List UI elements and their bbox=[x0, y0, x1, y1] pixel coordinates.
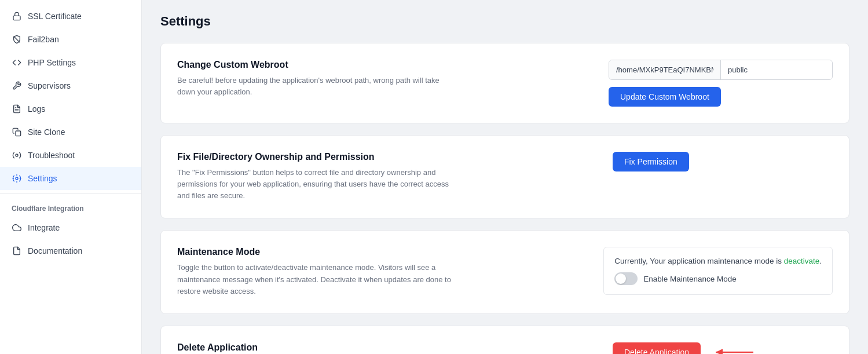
sidebar-item-ssl-certificate[interactable]: SSL Certificate bbox=[0, 5, 141, 28]
maintenance-info: Maintenance Mode Toggle the button to ac… bbox=[177, 247, 585, 297]
sidebar-item-logs[interactable]: Logs bbox=[0, 97, 141, 121]
permissions-action: Fix Permission bbox=[613, 152, 833, 171]
svg-rect-0 bbox=[13, 16, 20, 20]
sidebar-item-supervisors[interactable]: Supervisors bbox=[0, 74, 141, 97]
permissions-title: Fix File/Directory Ownership and Permiss… bbox=[177, 152, 594, 162]
sidebar-item-label: Logs bbox=[28, 104, 45, 114]
webroot-input-group bbox=[609, 60, 833, 80]
lock-icon bbox=[12, 11, 22, 21]
sidebar: SSL Certificate Fail2ban PHP Settings Su… bbox=[0, 0, 142, 354]
sidebar-item-label: Settings bbox=[28, 174, 57, 183]
delete-section: Delete Application Delete Application bbox=[160, 326, 849, 354]
maintenance-card: Currently, Your application maintenance … bbox=[603, 247, 833, 295]
delete-info: Delete Application bbox=[177, 342, 594, 354]
cloud-icon bbox=[12, 222, 22, 233]
sidebar-item-label: Fail2ban bbox=[28, 35, 59, 44]
webroot-info: Change Custom Webroot Be careful! before… bbox=[177, 60, 590, 98]
update-webroot-button[interactable]: Update Custom Webroot bbox=[609, 87, 721, 107]
sidebar-item-php-settings[interactable]: PHP Settings bbox=[0, 51, 141, 74]
delete-application-button[interactable]: Delete Application bbox=[613, 342, 701, 354]
sidebar-item-label: Supervisors bbox=[28, 81, 71, 90]
delete-action-row: Delete Application bbox=[613, 342, 833, 354]
sidebar-item-label: PHP Settings bbox=[28, 58, 76, 67]
copy-icon bbox=[12, 127, 22, 137]
svg-marker-8 bbox=[716, 349, 723, 354]
page-title: Settings bbox=[160, 14, 849, 29]
sidebar-item-fail2ban[interactable]: Fail2ban bbox=[0, 28, 141, 51]
svg-point-5 bbox=[16, 154, 18, 156]
settings-icon bbox=[12, 173, 22, 184]
tool-icon bbox=[12, 150, 22, 160]
maintenance-toggle-label: Enable Maintenance Mode bbox=[643, 275, 737, 283]
sidebar-item-label: Integrate bbox=[28, 223, 60, 232]
webroot-suffix-input[interactable] bbox=[721, 60, 832, 79]
svg-rect-4 bbox=[16, 131, 21, 136]
sidebar-item-troubleshoot[interactable]: Troubleshoot bbox=[0, 144, 141, 167]
webroot-section: Change Custom Webroot Be careful! before… bbox=[160, 43, 849, 123]
webroot-path-input[interactable] bbox=[609, 60, 721, 79]
maintenance-status-prefix: Currently, Your application maintenance … bbox=[614, 257, 783, 265]
fix-permission-button[interactable]: Fix Permission bbox=[613, 152, 689, 171]
sidebar-divider bbox=[0, 194, 141, 194]
maintenance-title: Maintenance Mode bbox=[177, 247, 585, 257]
maintenance-section: Maintenance Mode Toggle the button to ac… bbox=[160, 230, 849, 313]
webroot-title: Change Custom Webroot bbox=[177, 60, 590, 70]
main-content: Settings Change Custom Webroot Be carefu… bbox=[142, 0, 868, 354]
arrow-indicator bbox=[710, 344, 762, 354]
permissions-info: Fix File/Directory Ownership and Permiss… bbox=[177, 152, 594, 202]
red-arrow-icon bbox=[710, 344, 762, 354]
maintenance-status: Currently, Your application maintenance … bbox=[614, 257, 822, 265]
maintenance-desc: Toggle the button to activate/deactivate… bbox=[177, 262, 455, 297]
sidebar-item-integrate[interactable]: Integrate bbox=[0, 216, 141, 239]
webroot-desc: Be careful! before updating the applicat… bbox=[177, 75, 455, 98]
svg-line-1 bbox=[14, 37, 19, 42]
maintenance-action: Currently, Your application maintenance … bbox=[603, 247, 833, 295]
sidebar-item-documentation[interactable]: Documentation bbox=[0, 239, 141, 262]
maintenance-status-value: deactivate bbox=[784, 257, 820, 265]
sidebar-item-label: Documentation bbox=[28, 246, 82, 256]
maintenance-mode-toggle[interactable] bbox=[614, 272, 638, 285]
sidebar-item-label: Site Clone bbox=[28, 127, 65, 137]
permissions-desc: The "Fix Permissions" button helps to co… bbox=[177, 167, 455, 202]
delete-title: Delete Application bbox=[177, 342, 594, 353]
shield-off-icon bbox=[12, 34, 22, 45]
sidebar-item-label: Troubleshoot bbox=[28, 151, 75, 160]
wrench-icon bbox=[12, 81, 22, 91]
permissions-section: Fix File/Directory Ownership and Permiss… bbox=[160, 135, 849, 218]
sidebar-item-settings[interactable]: Settings bbox=[0, 167, 141, 190]
file-text-icon bbox=[12, 104, 22, 114]
webroot-action: Update Custom Webroot bbox=[609, 60, 833, 107]
delete-action: Delete Application bbox=[613, 342, 833, 354]
maintenance-status-period: . bbox=[819, 257, 822, 265]
cloudflare-section-label: Cloudflare Integration bbox=[0, 198, 141, 216]
sidebar-item-site-clone[interactable]: Site Clone bbox=[0, 121, 141, 144]
svg-point-6 bbox=[16, 177, 18, 180]
maintenance-toggle-row: Enable Maintenance Mode bbox=[614, 272, 822, 285]
file-icon bbox=[12, 246, 22, 256]
code-icon bbox=[12, 57, 22, 68]
sidebar-item-label: SSL Certificate bbox=[28, 12, 82, 21]
